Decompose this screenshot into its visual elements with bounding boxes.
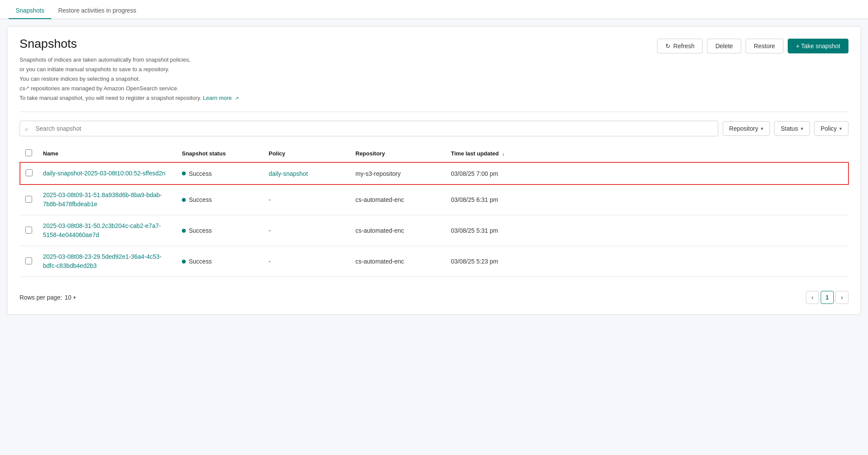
row3-status-badge: Success (182, 227, 258, 234)
col-header-time[interactable]: Time last updated ↓ (446, 145, 848, 162)
policy-filter-button[interactable]: Policy ▾ (814, 121, 848, 136)
row4-name-link[interactable]: 2025-03-08t08-23-29.5ded92e1-36a4-4c53-b… (43, 252, 171, 270)
sort-desc-icon: ↓ (502, 151, 505, 156)
rows-per-page-selector[interactable]: 10 ▾ (65, 294, 76, 301)
row3-status-cell: Success (177, 215, 263, 246)
row2-status-text: Success (189, 196, 212, 203)
select-all-checkbox[interactable] (25, 149, 32, 156)
row1-status-text: Success (189, 170, 212, 177)
refresh-icon: ↻ (665, 43, 671, 49)
external-link-icon: ↗ (235, 96, 239, 101)
rows-per-page-section: Rows per page: 10 ▾ (20, 294, 76, 301)
desc-line-4: cs-* repositories are managed by Amazon … (20, 85, 178, 92)
row4-status-text: Success (189, 258, 212, 265)
table-row: daily-snapshot-2025-03-08t10:00:52-sffes… (20, 162, 848, 185)
rows-per-page-value: 10 (65, 294, 72, 301)
table-row: 2025-03-08t08-31-50.2c3b204c-cab2-e7a7-5… (20, 215, 848, 246)
refresh-button[interactable]: ↻ Refresh (657, 39, 703, 53)
table-row: 2025-03-08t08-23-29.5ded92e1-36a4-4c53-b… (20, 246, 848, 277)
next-page-button[interactable]: › (835, 291, 848, 304)
row1-time-cell: 03/08/25 7:00 pm (446, 162, 848, 185)
row3-name-link[interactable]: 2025-03-08t08-31-50.2c3b204c-cab2-e7a7-5… (43, 221, 171, 240)
row4-checkbox[interactable] (25, 257, 32, 264)
row4-repository-cell: cs-automated-enc (350, 246, 446, 277)
main-panel: Snapshots Snapshots of indices are taken… (7, 26, 861, 315)
row4-status-cell: Success (177, 246, 263, 277)
page-title: Snapshots (20, 37, 239, 51)
row4-status-badge: Success (182, 258, 258, 265)
tab-bar: Snapshots Restore activities in progress (0, 0, 868, 19)
row2-policy-cell: - (263, 185, 350, 215)
chevron-down-icon: ▾ (839, 126, 842, 132)
header-left: Snapshots Snapshots of indices are taken… (20, 37, 239, 103)
delete-button[interactable]: Delete (707, 39, 741, 53)
success-dot-icon (182, 198, 186, 202)
search-icon: ⌕ (25, 125, 28, 132)
current-page-number: 1 (821, 291, 834, 304)
row1-checkbox[interactable] (26, 169, 33, 176)
row3-name-cell: 2025-03-08t08-31-50.2c3b204c-cab2-e7a7-5… (38, 215, 177, 246)
search-wrapper: ⌕ (20, 121, 718, 136)
row3-checkbox-cell (20, 215, 38, 246)
row2-status-badge: Success (182, 196, 258, 203)
status-filter-button[interactable]: Status ▾ (774, 121, 810, 136)
chevron-down-icon: ▾ (801, 126, 803, 132)
select-all-header (20, 145, 38, 162)
restore-button[interactable]: Restore (746, 39, 783, 53)
row4-checkbox-cell (20, 246, 38, 277)
chevron-down-icon: ▾ (73, 295, 76, 300)
learn-more-link[interactable]: Learn more ↗ (203, 95, 239, 101)
row2-checkbox-cell (20, 185, 38, 215)
row4-policy-text: - (269, 258, 271, 265)
prev-page-button[interactable]: ‹ (806, 291, 819, 304)
row1-repository-cell: my-s3-repository (350, 162, 446, 185)
row1-name-link[interactable]: daily-snapshot-2025-03-08t10:00:52-sffes… (43, 169, 171, 178)
row3-policy-cell: - (263, 215, 350, 246)
table-row: 2025-03-08t09-31-51.8a938d6b-8ba9-bdab-7… (20, 185, 848, 215)
tab-snapshots[interactable]: Snapshots (9, 3, 51, 19)
table-header-row: Name Snapshot status Policy Repository T… (20, 145, 848, 162)
row3-checkbox[interactable] (25, 227, 32, 234)
rows-per-page-label: Rows per page: (20, 294, 62, 301)
col-header-repository: Repository (350, 145, 446, 162)
row3-time-text: 03/08/25 5:31 pm (451, 227, 498, 234)
row1-status-badge: Success (182, 170, 258, 177)
row2-name-link[interactable]: 2025-03-08t09-31-51.8a938d6b-8ba9-bdab-7… (43, 191, 171, 209)
row2-repository-text: cs-automated-enc (355, 196, 404, 203)
row2-checkbox[interactable] (25, 196, 32, 203)
tab-restore-activities[interactable]: Restore activities in progress (51, 3, 143, 19)
row1-policy-link[interactable]: daily-snapshot (269, 170, 308, 177)
row2-time-text: 03/08/25 6:31 pm (451, 196, 498, 203)
search-input[interactable] (20, 121, 718, 136)
success-dot-icon (182, 171, 186, 175)
snapshots-table: Name Snapshot status Policy Repository T… (20, 145, 848, 277)
repository-filter-button[interactable]: Repository ▾ (723, 121, 770, 136)
row2-status-cell: Success (177, 185, 263, 215)
desc-line-5: To take manual snapshot, you will need t… (20, 95, 201, 101)
page-header: Snapshots Snapshots of indices are taken… (20, 37, 848, 103)
row1-repository-text: my-s3-repository (355, 170, 401, 177)
row1-checkbox-cell (20, 162, 38, 185)
pagination-bar: Rows per page: 10 ▾ ‹ 1 › (20, 286, 848, 304)
success-dot-icon (182, 229, 186, 233)
chevron-down-icon: ▾ (761, 126, 763, 132)
row1-policy-cell: daily-snapshot (263, 162, 350, 185)
row2-time-cell: 03/08/25 6:31 pm (446, 185, 848, 215)
success-dot-icon (182, 260, 186, 264)
desc-line-1: Snapshots of indices are taken automatic… (20, 56, 191, 63)
take-snapshot-button[interactable]: + Take snapshot (788, 39, 848, 53)
row4-time-text: 03/08/25 5:23 pm (451, 258, 498, 265)
row4-policy-cell: - (263, 246, 350, 277)
desc-line-3: You can restore indices by selecting a s… (20, 76, 140, 82)
desc-line-2: or you can initiate manual snapshots to … (20, 66, 169, 73)
row4-time-cell: 03/08/25 5:23 pm (446, 246, 848, 277)
row4-name-cell: 2025-03-08t08-23-29.5ded92e1-36a4-4c53-b… (38, 246, 177, 277)
action-buttons: ↻ Refresh Delete Restore + Take snapshot (657, 39, 848, 53)
row3-policy-text: - (269, 227, 271, 234)
row1-status-cell: Success (177, 162, 263, 185)
row1-time-text: 03/08/25 7:00 pm (451, 170, 498, 177)
col-header-policy: Policy (263, 145, 350, 162)
header-divider (20, 112, 848, 112)
row3-time-cell: 03/08/25 5:31 pm (446, 215, 848, 246)
col-header-status: Snapshot status (177, 145, 263, 162)
